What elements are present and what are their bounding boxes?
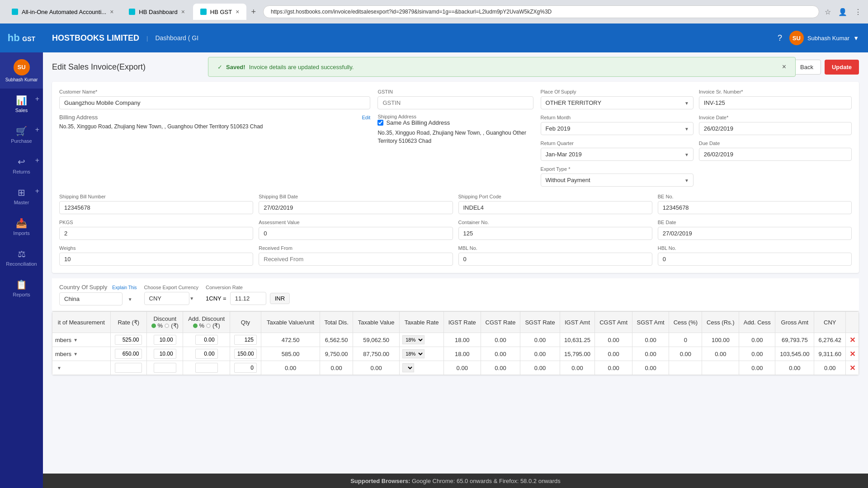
table-row: ▼ 0.00 0.00 0.00 0.00 0.00 0.00 0.00 0.0…	[52, 361, 859, 375]
sidebar-label-master: Master	[14, 200, 29, 205]
sidebar-item-master[interactable]: ⊞ Master +	[0, 181, 43, 211]
address-bar[interactable]: https://gst.hostbooks.com/invoice/editsa…	[263, 5, 819, 18]
topnav-user[interactable]: SU Subhash Kumar ▼	[789, 31, 859, 45]
table-row: mbers ▼ 472.50 6,562.50 59,062.50 18% 18…	[52, 333, 859, 347]
master-add-icon[interactable]: +	[35, 187, 39, 195]
supply-invoice-block: Place Of Supply OTHER TERRITORY Invoice …	[541, 89, 852, 187]
country-explain[interactable]: Explain This	[112, 285, 137, 290]
delete-row-2-button[interactable]: ✕	[849, 364, 855, 372]
sidebar-item-reports[interactable]: 📋 Reports	[0, 273, 43, 304]
sidebar-item-sales[interactable]: 📊 Sales +	[0, 89, 43, 119]
cell-delete-1: ✕	[846, 347, 859, 361]
shipping-port-input[interactable]	[458, 201, 652, 214]
rate-input-1[interactable]	[115, 349, 142, 359]
qty-input-0[interactable]	[234, 335, 257, 345]
cell-rate-0	[110, 333, 146, 347]
received-from-input[interactable]	[259, 253, 453, 266]
purchase-add-icon[interactable]: +	[35, 126, 39, 134]
weight-input[interactable]	[59, 253, 253, 266]
mbl-input[interactable]	[458, 253, 652, 266]
cell-cess-pct-1: 0.00	[669, 347, 702, 361]
discount-rs-radio[interactable]	[165, 324, 169, 328]
topnav-right: ? SU Subhash Kumar ▼	[778, 31, 859, 45]
hbl-input[interactable]	[658, 253, 852, 266]
th-cgst-amt: CGST Amt	[595, 312, 632, 333]
sales-add-icon[interactable]: +	[35, 95, 39, 103]
cell-cess-rs-2	[702, 361, 739, 375]
browser-star-btn[interactable]: ☆	[823, 6, 833, 18]
shipping-bill-date-input[interactable]	[259, 201, 453, 214]
th-taxable-per-unit: Taxable Value/unit	[261, 312, 320, 333]
delete-row-1-button[interactable]: ✕	[849, 350, 855, 358]
tab-close-1[interactable]: ×	[110, 8, 113, 15]
add-discount-pct-radio[interactable]	[193, 324, 198, 328]
place-supply-select[interactable]: OTHER TERRITORY	[541, 96, 693, 109]
alert-close-button[interactable]: ×	[782, 63, 786, 71]
discount-pct-radio[interactable]	[151, 324, 156, 328]
topnav: HOSTBOOKS LIMITED | Dashboard ( GI ? SU …	[43, 23, 868, 52]
be-no-label: BE No.	[658, 194, 852, 199]
rate-input-0[interactable]	[115, 335, 142, 345]
shipping-port-group: Shipping Port Code	[458, 194, 652, 214]
browser-tab-3[interactable]: HB GST ×	[193, 4, 247, 20]
qty-input-1[interactable]	[234, 349, 257, 359]
assessment-input[interactable]	[259, 227, 453, 240]
browser-profile-btn[interactable]: 👤	[836, 6, 849, 18]
received-from-group: Received From	[259, 245, 453, 266]
return-month-select[interactable]: Feb 2019	[541, 122, 693, 135]
shipping-bill-no-input[interactable]	[59, 201, 253, 214]
add-discount-input-2[interactable]	[195, 363, 218, 373]
delete-row-0-button[interactable]: ✕	[849, 336, 855, 344]
tab-close-3[interactable]: ×	[236, 8, 239, 15]
back-button[interactable]: Back	[793, 60, 821, 75]
invoice-sr-input[interactable]	[699, 96, 852, 109]
be-date-input[interactable]	[658, 227, 852, 240]
billing-edit-link[interactable]: Edit	[362, 115, 370, 120]
be-no-input[interactable]	[658, 201, 852, 214]
invoice-date-input[interactable]	[699, 122, 852, 135]
browser-tab-2[interactable]: HB Dashboard ×	[122, 4, 192, 20]
taxable-rate-select-1[interactable]: 18%	[402, 349, 425, 358]
tab-close-2[interactable]: ×	[181, 8, 185, 15]
help-button[interactable]: ?	[778, 33, 782, 43]
sidebar-item-imports[interactable]: 📥 Imports	[0, 211, 43, 242]
export-type-select[interactable]: Without Payment	[541, 174, 693, 187]
container-input[interactable]	[458, 227, 652, 240]
sidebar-item-purchase[interactable]: 🛒 Purchase +	[0, 119, 43, 150]
conversion-value-input[interactable]	[230, 292, 266, 305]
add-discount-rs-radio[interactable]	[206, 324, 211, 328]
browser-tab-1[interactable]: All-in-One Automated Accounti... ×	[5, 4, 121, 20]
add-discount-input-0[interactable]	[195, 335, 218, 345]
alert-message: Invoice details are updated successfully…	[249, 64, 354, 70]
due-date-input[interactable]	[699, 148, 852, 161]
cell-taxable-rate-1: 18%	[400, 347, 444, 361]
gstin-input[interactable]	[377, 96, 533, 109]
cell-total-dis-2: 0.00	[320, 361, 353, 375]
export-currency-select[interactable]: CNY	[144, 292, 189, 305]
pkgs-input[interactable]	[59, 227, 253, 240]
discount-input-0[interactable]	[154, 335, 176, 345]
cell-cgst-amt-0: 0.00	[595, 333, 632, 347]
taxable-rate-select-2[interactable]	[402, 363, 414, 372]
update-button[interactable]: Update	[825, 60, 859, 75]
taxable-rate-select-0[interactable]: 18%	[402, 335, 425, 344]
country-supply-select[interactable]: China	[59, 292, 123, 305]
qty-input-2[interactable]	[234, 363, 257, 373]
discount-input-1[interactable]	[154, 349, 176, 359]
billing-address-block: Billing Address Edit No.35, Xingguo Road…	[59, 114, 370, 131]
same-as-billing-checkbox[interactable]	[377, 120, 383, 126]
sidebar-item-reconciliation[interactable]: ⚖ Reconciliation	[0, 242, 43, 273]
rate-input-2[interactable]	[115, 363, 142, 373]
returns-add-icon[interactable]: +	[35, 156, 39, 164]
return-quarter-select[interactable]: Jan-Mar 2019	[541, 148, 693, 161]
return-month-group: Return Month Feb 2019	[541, 115, 693, 135]
cell-gross-amt-0: 69,793.75	[775, 333, 814, 347]
discount-input-2[interactable]	[154, 363, 176, 373]
new-tab-button[interactable]: +	[247, 4, 259, 20]
customer-name-input[interactable]	[59, 96, 370, 109]
status-browsers-label: Supported Browsers:	[350, 478, 410, 484]
sidebar-item-returns[interactable]: ↩ Returns +	[0, 150, 43, 181]
cell-add-discount-1	[183, 347, 230, 361]
browser-menu-btn[interactable]: ⋮	[853, 6, 863, 18]
add-discount-input-1[interactable]	[195, 349, 218, 359]
